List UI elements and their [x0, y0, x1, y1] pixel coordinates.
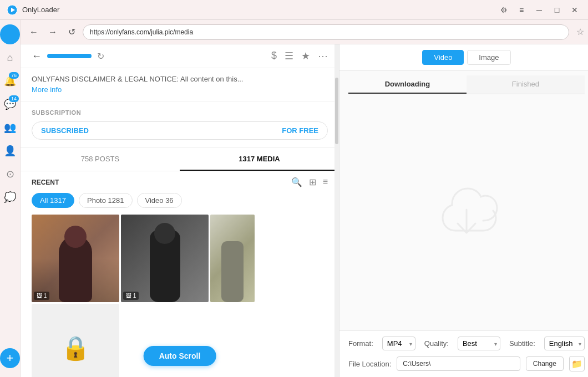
profile-name-button[interactable]: [47, 54, 92, 58]
sidebar: ⌂ 🔔 76 💬 14 👥 👤 ⊙ 💭 +: [0, 20, 21, 377]
main-container: ⌂ 🔔 76 💬 14 👥 👤 ⊙ 💭 + ← → ↺: [0, 20, 588, 377]
bottom-controls: Format: MP4 MKV AVI MOV Quality:: [339, 330, 588, 377]
folder-icon: 📁: [571, 359, 582, 369]
media-header-icons: 🔍 ⊞ ≡: [291, 177, 328, 187]
bubble-icon: 💭: [4, 191, 16, 203]
minimize-btn[interactable]: ─: [533, 3, 546, 17]
content-tabs: 758 POSTS 1317 MEDIA: [21, 148, 339, 171]
folder-btn[interactable]: 📁: [569, 356, 585, 371]
thumb-1-label: 🖼 1: [34, 292, 49, 300]
maximize-btn[interactable]: □: [550, 3, 564, 17]
dollar-icon[interactable]: $: [271, 50, 277, 62]
subtitle-select-wrapper: English None Auto: [544, 337, 585, 350]
menu-btn[interactable]: ≡: [515, 3, 528, 17]
cloud-download-icon: [433, 185, 500, 240]
scroll-track[interactable]: [334, 44, 339, 377]
sidebar-item-circle[interactable]: ⊙: [0, 164, 20, 184]
more-info-link[interactable]: More info: [32, 85, 62, 94]
posts-tab[interactable]: 758 POSTS: [21, 148, 180, 171]
file-row: File Location: Change 📁: [348, 356, 585, 371]
download-tabs: Downloading Finished: [348, 75, 585, 94]
quality-select[interactable]: Best High Medium Low: [458, 337, 500, 350]
quality-select-wrapper: Best High Medium Low: [458, 337, 500, 350]
app-logo: [7, 4, 18, 16]
profile-header: ← ↻ $ ☰ ★ ⋯: [21, 44, 339, 68]
bookmark-icon-profile[interactable]: ☰: [285, 50, 293, 62]
file-path-input[interactable]: [397, 356, 520, 371]
grid-icon[interactable]: ⊞: [309, 177, 316, 187]
media-thumb-1[interactable]: 🖼 1: [32, 215, 119, 302]
filter-all[interactable]: All 1317: [32, 193, 74, 208]
fans-icon: 👥: [4, 121, 16, 134]
filter-pills: All 1317 Photo 1281 Video 36: [32, 193, 328, 208]
close-btn[interactable]: ✕: [568, 3, 581, 17]
media-thumb-2[interactable]: 🖼 1: [121, 215, 209, 302]
home-icon: ⌂: [7, 52, 13, 64]
right-panel-header: Video Image: [339, 44, 588, 71]
sort-icon[interactable]: ≡: [323, 177, 328, 187]
auto-scroll-btn[interactable]: Auto Scroll: [144, 346, 216, 366]
thumb-2-label: 🖼 1: [123, 292, 139, 300]
profile-refresh-icon[interactable]: ↻: [97, 51, 104, 62]
image-tab-btn[interactable]: Image: [467, 50, 510, 65]
video-tab-btn[interactable]: Video: [422, 50, 464, 65]
downloading-tab[interactable]: Downloading: [348, 75, 467, 94]
sidebar-item-home[interactable]: ⌂: [0, 48, 20, 68]
content-split: ← ↻ $ ☰ ★ ⋯ ONLYFANS DISCLAIMER & LEGAL …: [21, 44, 588, 377]
recent-label: RECENT: [32, 179, 291, 186]
format-label: Format:: [348, 339, 373, 348]
change-btn[interactable]: Change: [526, 356, 564, 371]
sidebar-avatar[interactable]: [0, 24, 20, 44]
filter-photo[interactable]: Photo 1281: [79, 193, 133, 208]
subscription-section: SUBSCRIPTION SUBSCRIBED FOR FREE: [21, 101, 339, 148]
quality-label: Quality:: [424, 339, 449, 348]
sidebar-item-fans[interactable]: 👥: [0, 118, 20, 137]
back-btn[interactable]: ←: [26, 24, 42, 40]
browser-chrome: ← → ↺ ☆ ← ↻ $ ☰ ★ ⋯: [21, 20, 588, 377]
profile-header-actions: $ ☰ ★ ⋯: [271, 50, 328, 62]
app-title: OnlyLoader: [22, 6, 493, 14]
notification-badge: 76: [9, 72, 19, 79]
window-controls: ⚙ ≡ ─ □ ✕: [497, 3, 581, 17]
profile-back-btn[interactable]: ←: [32, 50, 42, 62]
scroll-thumb: [335, 78, 338, 144]
format-row: Format: MP4 MKV AVI MOV Quality:: [348, 337, 585, 350]
url-bar[interactable]: [83, 24, 569, 40]
subtitle-label: Subtitle:: [509, 339, 535, 348]
subscribed-badge: SUBSCRIBED: [41, 126, 89, 135]
circle-icon: ⊙: [6, 168, 14, 180]
filter-video[interactable]: Video 36: [137, 193, 182, 208]
finished-tab[interactable]: Finished: [467, 75, 585, 94]
disclaimer-section: ONLYFANS DISCLAIMER & LEGAL NOTICE: All …: [21, 68, 339, 101]
star-icon[interactable]: ★: [301, 50, 310, 62]
forward-btn[interactable]: →: [45, 24, 60, 40]
subtitle-select[interactable]: English None Auto: [544, 337, 585, 350]
refresh-btn[interactable]: ↺: [64, 24, 79, 40]
media-tab[interactable]: 1317 MEDIA: [180, 148, 339, 171]
plus-icon: +: [7, 351, 14, 365]
more-icon[interactable]: ⋯: [318, 50, 328, 62]
user-icon: 👤: [4, 145, 16, 157]
browser-content: ← ↻ $ ☰ ★ ⋯ ONLYFANS DISCLAIMER & LEGAL …: [21, 44, 339, 377]
search-icon[interactable]: 🔍: [291, 177, 302, 187]
media-header: RECENT 🔍 ⊞ ≡: [32, 177, 328, 187]
format-select-wrapper: MP4 MKV AVI MOV: [382, 337, 415, 350]
media-thumb-locked: 🔒: [32, 304, 119, 377]
file-location-label: File Location:: [348, 360, 391, 368]
media-thumb-3[interactable]: [210, 215, 255, 302]
empty-state: [339, 94, 588, 330]
nav-bar: ← → ↺ ☆: [21, 20, 588, 44]
for-free-label: FOR FREE: [282, 126, 318, 135]
right-panel: Video Image Downloading Finished: [339, 44, 588, 377]
settings-btn[interactable]: ⚙: [497, 3, 510, 17]
sidebar-item-profile[interactable]: 👤: [0, 141, 20, 161]
message-badge: 14: [9, 95, 19, 102]
disclaimer-title: ONLYFANS DISCLAIMER & LEGAL NOTICE: All …: [32, 75, 328, 83]
bookmark-icon[interactable]: ☆: [572, 24, 588, 40]
format-select[interactable]: MP4 MKV AVI MOV: [382, 337, 415, 350]
sidebar-item-bubble[interactable]: 💭: [0, 187, 20, 207]
sidebar-item-notifications[interactable]: 🔔 76: [0, 71, 20, 91]
lock-icon: 🔒: [61, 334, 90, 361]
sidebar-item-messages[interactable]: 💬 14: [0, 94, 20, 114]
sidebar-add-btn[interactable]: +: [0, 348, 20, 368]
